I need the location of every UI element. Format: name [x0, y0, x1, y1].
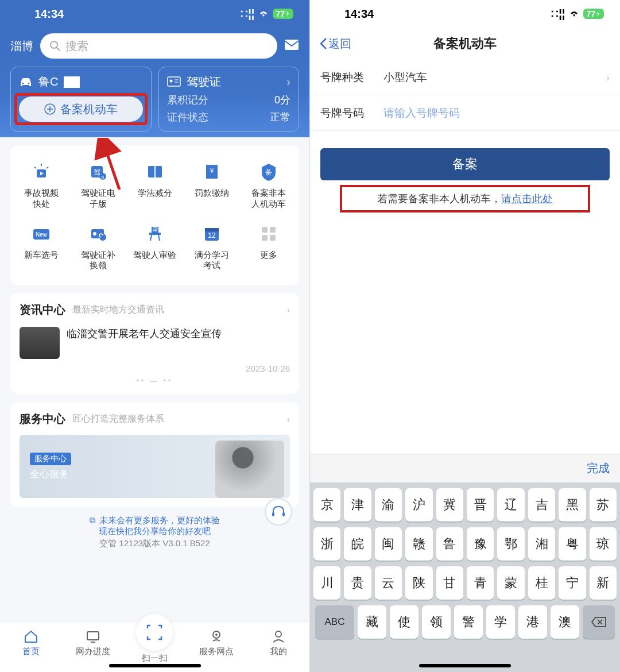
svg-rect-39	[262, 235, 268, 241]
grid-label: 驾驶人审验	[127, 250, 182, 261]
siren-icon	[29, 159, 54, 184]
grid-item-1[interactable]: 驾e驾驶证电子版	[69, 153, 126, 215]
key-沪[interactable]: 沪	[405, 488, 432, 522]
kb-done-button[interactable]: 完成	[587, 461, 610, 476]
grid-item-2[interactable]: 学法减分	[126, 153, 183, 215]
news-section: 资讯中心 最新实时地方交通资讯 › 临淄交警开展老年人交通安全宣传 2023-1…	[10, 293, 299, 394]
key-警[interactable]: 警	[454, 605, 483, 639]
status-value: 正常	[270, 110, 290, 124]
svg-line-33	[158, 235, 160, 241]
plate-number-row[interactable]: 号牌号码 请输入号牌号码	[310, 95, 620, 131]
key-backspace[interactable]	[583, 605, 615, 639]
key-皖[interactable]: 皖	[344, 527, 371, 561]
key-桂[interactable]: 桂	[528, 566, 555, 600]
service-banner[interactable]: 服务中心 全心服务	[20, 435, 290, 498]
nav-bar: 返回 备案机动车	[310, 28, 620, 60]
license-card[interactable]: 驾驶证 › 累积记分0分 证件状态正常	[158, 67, 300, 132]
grid-label: 学法减分	[127, 188, 182, 199]
key-京[interactable]: 京	[313, 488, 340, 522]
key-琼[interactable]: 琼	[590, 527, 617, 561]
service-title: 服务中心	[20, 411, 65, 427]
key-渝[interactable]: 渝	[375, 488, 402, 522]
key-甘[interactable]: 甘	[436, 566, 463, 600]
svg-text:New: New	[35, 231, 47, 238]
license-title: 驾驶证	[187, 74, 221, 90]
grid-item-4[interactable]: 备备案非本人机动车	[240, 153, 297, 215]
key-使[interactable]: 使	[390, 605, 418, 639]
key-蒙[interactable]: 蒙	[497, 566, 524, 600]
grid-item-9[interactable]: 更多	[240, 215, 297, 277]
license-e-icon: 驾e	[86, 159, 111, 184]
battery-icon: 77	[273, 9, 293, 19]
banner-image	[215, 441, 284, 498]
key-辽[interactable]: 辽	[497, 488, 524, 522]
key-豫[interactable]: 豫	[467, 527, 494, 561]
key-新[interactable]: 新	[590, 566, 617, 600]
key-吉[interactable]: 吉	[528, 488, 555, 522]
vehicle-card[interactable]: 鲁C 备案机动车	[10, 67, 152, 132]
back-button[interactable]: 返回	[319, 36, 351, 52]
tab-label: 我的	[247, 646, 309, 657]
key-湘[interactable]: 湘	[528, 527, 555, 561]
record-vehicle-button[interactable]: 备案机动车	[19, 96, 143, 122]
grid-item-3[interactable]: ¥罚款缴纳	[183, 153, 240, 215]
svg-rect-41	[272, 512, 274, 516]
key-云[interactable]: 云	[375, 566, 402, 600]
search-placeholder: 搜索	[65, 38, 88, 54]
svg-text:审: 审	[152, 227, 157, 233]
tab-home[interactable]: 首页	[0, 622, 62, 672]
grid-item-5[interactable]: New新车选号	[13, 215, 69, 277]
chevron-left-icon	[319, 37, 327, 50]
key-浙[interactable]: 浙	[313, 527, 340, 561]
key-贵[interactable]: 贵	[344, 566, 371, 600]
key-晋[interactable]: 晋	[467, 488, 494, 522]
city-selector[interactable]: 淄博	[10, 38, 33, 54]
key-澳[interactable]: 澳	[551, 605, 579, 639]
grid-item-0[interactable]: 事故视频快处	[13, 153, 69, 215]
keyboard-toolbar: 完成	[310, 454, 620, 482]
key-闽[interactable]: 闽	[375, 527, 402, 561]
submit-button[interactable]: 备案	[320, 148, 610, 180]
key-青[interactable]: 青	[467, 566, 494, 600]
svg-rect-37	[262, 227, 268, 233]
key-津[interactable]: 津	[344, 488, 371, 522]
tab-mine[interactable]: 我的	[247, 622, 309, 672]
svg-point-27	[93, 232, 96, 235]
banner-tag: 服务中心	[30, 453, 71, 465]
key-粤[interactable]: 粤	[559, 527, 586, 561]
key-川[interactable]: 川	[313, 566, 340, 600]
svg-text:备: 备	[265, 168, 272, 176]
grid-item-8[interactable]: 12满分学习考试	[183, 215, 240, 277]
key-港[interactable]: 港	[518, 605, 547, 639]
search-input[interactable]: 搜索	[40, 33, 277, 59]
plate-type-row[interactable]: 号牌种类 小型汽车 ›	[310, 60, 620, 95]
chevron-right-icon: ›	[286, 75, 290, 88]
service-section: 服务中心 匠心打造完整服务体系 › 服务中心 全心服务	[10, 402, 299, 507]
grid-label: 驾驶证电子版	[71, 188, 125, 210]
news-item[interactable]: 临淄交警开展老年人交通安全宣传	[20, 327, 290, 359]
grid-label: 备案非本人机动车	[241, 188, 296, 210]
grid-item-7[interactable]: 审驾驶人审验	[126, 215, 183, 277]
key-赣[interactable]: 赣	[405, 527, 432, 561]
chevron-right-icon[interactable]: ›	[287, 305, 290, 315]
calendar-12-icon: 12	[199, 221, 224, 246]
mail-icon[interactable]	[284, 39, 299, 53]
pin-icon	[208, 628, 224, 644]
key-鲁[interactable]: 鲁	[436, 527, 463, 561]
key-宁[interactable]: 宁	[559, 566, 586, 600]
key-苏[interactable]: 苏	[590, 488, 617, 522]
key-abc[interactable]: ABC	[315, 605, 354, 639]
key-陕[interactable]: 陕	[405, 566, 432, 600]
key-黑[interactable]: 黑	[559, 488, 586, 522]
key-鄂[interactable]: 鄂	[497, 527, 524, 561]
key-学[interactable]: 学	[486, 605, 515, 639]
svg-point-47	[276, 631, 281, 637]
key-领[interactable]: 领	[422, 605, 451, 639]
support-button[interactable]	[265, 498, 292, 526]
key-藏[interactable]: 藏	[358, 605, 386, 639]
key-冀[interactable]: 冀	[436, 488, 463, 522]
search-icon	[49, 40, 61, 52]
grid-item-6[interactable]: 驾驶证补换领	[69, 215, 126, 277]
plate-type-label: 号牌种类	[320, 70, 383, 85]
chevron-right-icon[interactable]: ›	[287, 414, 290, 424]
